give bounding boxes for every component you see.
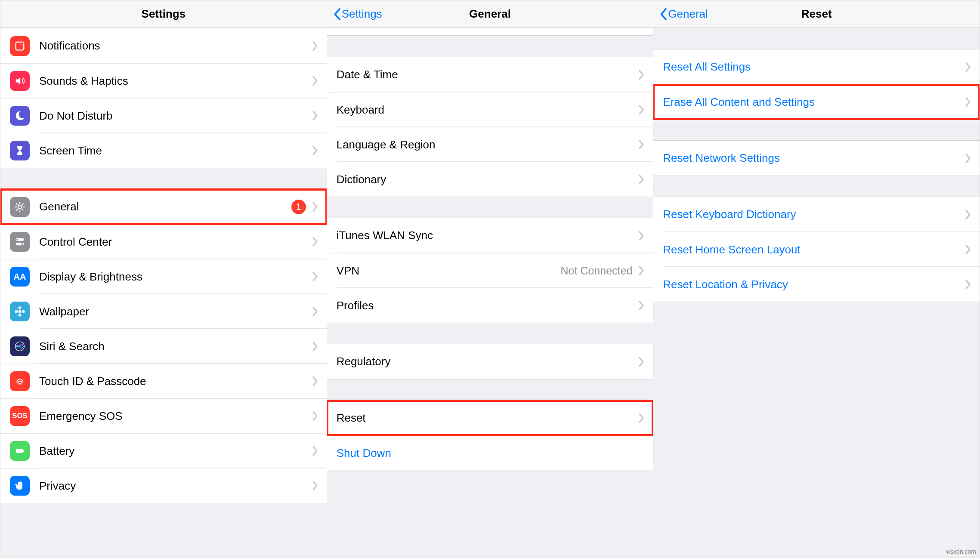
reset-pane: General Reset Reset All SettingsErase Al… bbox=[653, 0, 980, 558]
chevron-right-icon bbox=[638, 174, 644, 185]
chevron-right-icon bbox=[312, 76, 318, 86]
row-resetkbd[interactable]: Reset Keyboard Dictionary bbox=[653, 197, 980, 232]
svg-line-7 bbox=[16, 203, 18, 205]
siri-icon bbox=[10, 336, 30, 356]
row-label: Keyboard bbox=[337, 103, 639, 117]
row-resethome[interactable]: Reset Home Screen Layout bbox=[653, 232, 980, 267]
badge: 1 bbox=[291, 200, 306, 214]
row-label: Wallpaper bbox=[39, 305, 312, 318]
row-eraseall[interactable]: Erase All Content and Settings bbox=[653, 84, 980, 119]
chevron-right-icon bbox=[638, 105, 644, 115]
row-label: Dictionary bbox=[337, 173, 639, 186]
row-controlcenter[interactable]: Control Center bbox=[0, 224, 327, 259]
nav-title: Settings bbox=[142, 7, 186, 21]
chevron-right-icon bbox=[638, 231, 644, 241]
chevron-right-icon bbox=[965, 62, 971, 72]
settings-pane: Settings NotificationsSounds & HapticsDo… bbox=[0, 0, 327, 558]
row-label: Reset All Settings bbox=[663, 60, 965, 74]
row-regulatory[interactable]: Regulatory bbox=[327, 344, 653, 379]
row-resetall[interactable]: Reset All Settings bbox=[653, 49, 980, 84]
chevron-right-icon bbox=[312, 306, 318, 317]
row-display[interactable]: AADisplay & Brightness bbox=[0, 259, 327, 294]
row-datetime[interactable]: Date & Time bbox=[327, 57, 653, 92]
row-keyboard[interactable]: Keyboard bbox=[327, 92, 653, 127]
chevron-right-icon bbox=[638, 139, 644, 150]
gear-icon bbox=[10, 197, 30, 217]
chevron-right-icon bbox=[312, 41, 318, 51]
chevron-right-icon bbox=[638, 413, 644, 423]
row-label: Touch ID & Passcode bbox=[39, 375, 312, 388]
row-dnd[interactable]: Do Not Disturb bbox=[0, 98, 327, 133]
row-battery[interactable]: Battery bbox=[0, 433, 327, 468]
row-sos[interactable]: SOSEmergency SOS bbox=[0, 398, 327, 433]
chevron-right-icon bbox=[965, 153, 971, 163]
svg-point-16 bbox=[19, 306, 22, 309]
row-label: Date & Time bbox=[337, 68, 639, 81]
row-resetloc[interactable]: Reset Location & Privacy bbox=[653, 267, 980, 302]
row-label: Shut Down bbox=[337, 447, 645, 460]
sos-icon: SOS bbox=[10, 406, 30, 426]
navbar: General Reset bbox=[653, 0, 980, 28]
row-sounds[interactable]: Sounds & Haptics bbox=[0, 63, 327, 98]
chevron-right-icon bbox=[312, 202, 318, 212]
row-screentime[interactable]: Screen Time bbox=[0, 133, 327, 168]
back-button[interactable]: Settings bbox=[333, 7, 382, 21]
speaker-icon bbox=[10, 71, 30, 91]
row-language[interactable]: Language & Region bbox=[327, 127, 653, 162]
row-dictionary[interactable]: Dictionary bbox=[327, 162, 653, 197]
row-touchid[interactable]: Touch ID & Passcode bbox=[0, 364, 327, 398]
row-shutdown[interactable]: Shut Down bbox=[327, 435, 653, 470]
row-itunes[interactable]: iTunes WLAN Sync bbox=[327, 218, 653, 253]
svg-line-8 bbox=[22, 209, 24, 210]
row-detail: Not Connected bbox=[561, 265, 633, 277]
row-label: Control Center bbox=[39, 235, 312, 249]
row-label: iTunes WLAN Sync bbox=[337, 229, 639, 242]
svg-point-18 bbox=[15, 310, 18, 313]
nav-title: Reset bbox=[801, 7, 832, 21]
svg-point-1 bbox=[21, 42, 24, 45]
chevron-right-icon bbox=[638, 300, 644, 311]
row-label: Reset Location & Privacy bbox=[663, 278, 965, 291]
svg-line-10 bbox=[22, 203, 24, 205]
row-label: VPN bbox=[337, 264, 561, 277]
chevron-right-icon bbox=[312, 111, 318, 121]
row-profiles[interactable]: Profiles bbox=[327, 288, 653, 323]
row-vpn[interactable]: VPNNot Connected bbox=[327, 253, 653, 288]
row-reset[interactable]: Reset bbox=[327, 401, 653, 435]
row-label: Display & Brightness bbox=[39, 270, 312, 284]
fingerprint-icon bbox=[10, 371, 30, 391]
hand-icon bbox=[10, 476, 30, 496]
row-notifications[interactable]: Notifications bbox=[0, 28, 327, 63]
svg-point-12 bbox=[16, 239, 18, 240]
row-label: Siri & Search bbox=[39, 340, 312, 353]
chevron-right-icon bbox=[965, 97, 971, 107]
row-resetnet[interactable]: Reset Network Settings bbox=[653, 141, 980, 176]
row-wallpaper[interactable]: Wallpaper bbox=[0, 294, 327, 329]
chevron-right-icon bbox=[312, 481, 318, 491]
svg-point-17 bbox=[19, 314, 22, 317]
row-label: Reset Network Settings bbox=[663, 151, 965, 165]
chevron-right-icon bbox=[312, 446, 318, 456]
chevron-right-icon bbox=[965, 244, 971, 255]
back-button[interactable]: General bbox=[659, 7, 708, 21]
row-privacy[interactable]: Privacy bbox=[0, 468, 327, 503]
row-label: Screen Time bbox=[39, 144, 312, 157]
chevron-left-icon bbox=[333, 8, 341, 21]
chevron-right-icon bbox=[312, 237, 318, 247]
chevron-right-icon bbox=[312, 145, 318, 156]
row-general[interactable]: General1 bbox=[0, 189, 327, 224]
row-label: Sounds & Haptics bbox=[39, 74, 312, 88]
row-label: Regulatory bbox=[337, 355, 639, 368]
chevron-right-icon bbox=[965, 210, 971, 220]
svg-point-19 bbox=[22, 310, 25, 313]
svg-line-9 bbox=[16, 209, 18, 210]
row-label: Notifications bbox=[39, 39, 312, 52]
hourglass-icon bbox=[10, 141, 30, 160]
aa-icon: AA bbox=[10, 267, 30, 287]
back-label: Settings bbox=[342, 7, 382, 21]
row-label: Language & Region bbox=[337, 138, 639, 151]
row-label: Battery bbox=[39, 444, 312, 458]
row-siri[interactable]: Siri & Search bbox=[0, 329, 327, 364]
row-label: Erase All Content and Settings bbox=[663, 96, 965, 109]
chevron-right-icon bbox=[312, 341, 318, 351]
